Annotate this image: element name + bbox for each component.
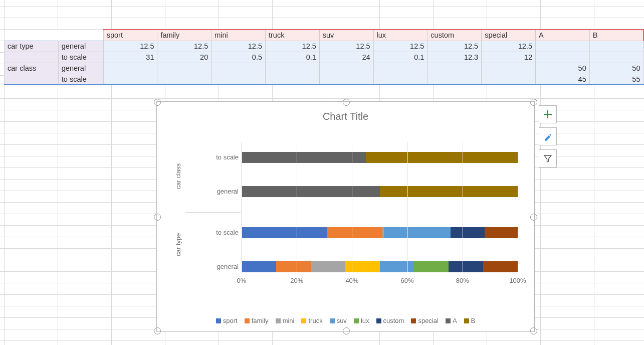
data-cell[interactable]: 12.5 bbox=[157, 41, 211, 52]
legend-item[interactable]: suv bbox=[330, 317, 347, 324]
data-cell[interactable] bbox=[482, 74, 536, 85]
bar-segment[interactable] bbox=[451, 227, 485, 238]
legend-item[interactable]: B bbox=[464, 317, 476, 324]
data-cell[interactable]: 55 bbox=[589, 74, 643, 85]
bar-segment[interactable] bbox=[449, 261, 483, 272]
data-cell[interactable] bbox=[266, 74, 320, 85]
bar-segment[interactable] bbox=[242, 227, 327, 238]
column-header: lux bbox=[373, 30, 427, 41]
data-cell[interactable] bbox=[427, 74, 482, 85]
data-cell[interactable]: 45 bbox=[535, 74, 589, 85]
stacked-bar[interactable] bbox=[242, 227, 518, 238]
table-row: car classgeneral5050 bbox=[5, 63, 644, 74]
data-cell[interactable] bbox=[589, 52, 643, 63]
data-cell[interactable]: 12.5 bbox=[482, 41, 536, 52]
chart-elements-button[interactable] bbox=[539, 105, 557, 123]
data-cell[interactable] bbox=[373, 63, 427, 74]
bar-segment[interactable] bbox=[242, 152, 366, 163]
data-cell[interactable] bbox=[319, 74, 373, 85]
data-cell[interactable] bbox=[427, 63, 482, 74]
data-cell[interactable]: 12.5 bbox=[427, 41, 482, 52]
bar-segment[interactable] bbox=[485, 227, 518, 238]
data-cell[interactable]: 0.1 bbox=[373, 52, 427, 63]
data-table[interactable]: sportfamilyminitrucksuvluxcustomspecialA… bbox=[4, 29, 644, 85]
data-cell[interactable]: 12.3 bbox=[427, 52, 482, 63]
legend-item[interactable]: lux bbox=[354, 317, 369, 324]
legend-item[interactable]: truck bbox=[301, 317, 322, 324]
data-cell[interactable] bbox=[157, 74, 211, 85]
data-cell[interactable] bbox=[103, 74, 157, 85]
data-cell[interactable]: 0.1 bbox=[266, 52, 320, 63]
bar-segment[interactable] bbox=[384, 227, 450, 238]
chart-styles-button[interactable] bbox=[539, 127, 557, 145]
gridline bbox=[297, 142, 297, 272]
stacked-bar[interactable] bbox=[242, 261, 518, 272]
bar-segment[interactable] bbox=[242, 261, 276, 272]
bar-segment[interactable] bbox=[380, 261, 414, 272]
data-cell[interactable] bbox=[482, 63, 536, 74]
bar-segment[interactable] bbox=[311, 261, 345, 272]
resize-handle[interactable] bbox=[530, 327, 537, 334]
x-tick-label: 40% bbox=[337, 277, 367, 284]
resize-handle[interactable] bbox=[343, 327, 350, 334]
data-cell[interactable]: 31 bbox=[103, 52, 157, 63]
resize-handle[interactable] bbox=[154, 327, 161, 334]
legend-item[interactable]: mini bbox=[276, 317, 295, 324]
legend-swatch bbox=[464, 318, 469, 323]
bar-segment[interactable] bbox=[380, 186, 518, 197]
legend-label: suv bbox=[337, 317, 347, 324]
data-cell[interactable] bbox=[535, 52, 589, 63]
bar-segment[interactable] bbox=[414, 261, 449, 272]
data-cell[interactable] bbox=[535, 41, 589, 52]
data-cell[interactable]: 20 bbox=[157, 52, 211, 63]
bar-segment[interactable] bbox=[276, 261, 311, 272]
column-header: suv bbox=[319, 30, 373, 41]
data-cell[interactable]: 50 bbox=[589, 63, 643, 74]
data-cell[interactable] bbox=[266, 63, 320, 74]
chart-legend[interactable]: sportfamilyminitrucksuvluxcustomspecialA… bbox=[157, 317, 534, 324]
data-cell[interactable]: 12.5 bbox=[103, 41, 157, 52]
data-cell[interactable]: 12.5 bbox=[319, 41, 373, 52]
row-label: general bbox=[58, 41, 103, 52]
data-cell[interactable] bbox=[373, 74, 427, 85]
bar-segment[interactable] bbox=[242, 186, 380, 197]
table-row: car typegeneral12.512.512.512.512.512.51… bbox=[5, 41, 644, 52]
legend-label: mini bbox=[283, 317, 295, 324]
legend-label: sport bbox=[223, 317, 238, 324]
data-cell[interactable]: 12.5 bbox=[211, 41, 266, 52]
data-cell[interactable] bbox=[103, 63, 157, 74]
legend-item[interactable]: A bbox=[446, 317, 457, 324]
chart-object[interactable]: Chart Title car class car type 0%20%40%6… bbox=[156, 101, 535, 332]
bar-segment[interactable] bbox=[366, 152, 518, 163]
bar-segment[interactable] bbox=[483, 261, 518, 272]
data-cell[interactable]: 12.5 bbox=[266, 41, 320, 52]
data-cell[interactable]: 12 bbox=[482, 52, 536, 63]
resize-handle[interactable] bbox=[343, 99, 350, 106]
resize-handle[interactable] bbox=[154, 214, 161, 221]
data-cell[interactable]: 24 bbox=[319, 52, 373, 63]
stacked-bar[interactable] bbox=[242, 152, 518, 163]
data-cell[interactable] bbox=[319, 63, 373, 74]
chart-title[interactable]: Chart Title bbox=[157, 111, 534, 122]
y-tick-label: to scale bbox=[194, 153, 239, 161]
legend-item[interactable]: custom bbox=[376, 317, 404, 324]
bar-segment[interactable] bbox=[345, 261, 380, 272]
row-group-label bbox=[5, 52, 59, 63]
data-cell[interactable]: 0.5 bbox=[211, 52, 266, 63]
legend-item[interactable]: family bbox=[245, 317, 269, 324]
data-cell[interactable]: 50 bbox=[535, 63, 589, 74]
data-cell[interactable]: 12.5 bbox=[373, 41, 427, 52]
resize-handle[interactable] bbox=[154, 99, 161, 106]
legend-item[interactable]: sport bbox=[216, 317, 238, 324]
data-cell[interactable] bbox=[589, 41, 643, 52]
resize-handle[interactable] bbox=[530, 99, 537, 106]
legend-item[interactable]: special bbox=[411, 317, 438, 324]
resize-handle[interactable] bbox=[530, 214, 537, 221]
data-cell[interactable] bbox=[211, 63, 266, 74]
chart-filter-button[interactable] bbox=[539, 149, 557, 167]
data-cell[interactable] bbox=[157, 63, 211, 74]
bar-segment[interactable] bbox=[327, 227, 382, 238]
plot-area[interactable]: car class car type 0%20%40%60%80%100%to … bbox=[174, 142, 523, 287]
data-cell[interactable] bbox=[211, 74, 266, 85]
stacked-bar[interactable] bbox=[242, 186, 518, 197]
